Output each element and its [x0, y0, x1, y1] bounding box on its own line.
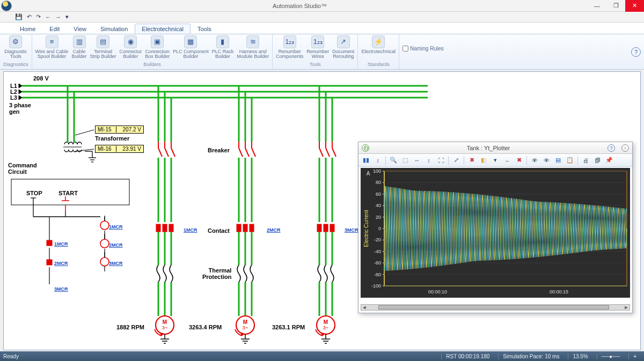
plot-fit-icon[interactable]: ⛶ [436, 156, 445, 165]
ribbon-electrotechnical-button[interactable]: ⚡Electrotechnical [361, 35, 396, 61]
ribbon-cable-button[interactable]: ▥Cable Builder [72, 35, 87, 61]
plotter-help-icon[interactable]: ? [608, 144, 615, 152]
tab-home[interactable]: Home [13, 24, 42, 34]
plot-del2-icon[interactable]: ✖ [515, 156, 523, 165]
ribbon-renumber-button[interactable]: 1₂₃Renumber Wires [306, 35, 329, 61]
tab-simulation[interactable]: Simulation [93, 24, 135, 34]
tab-edit[interactable]: Edit [42, 24, 67, 34]
svg-text:-20: -20 [374, 237, 381, 242]
branch3-mcr-link[interactable]: 3MCR [345, 227, 358, 233]
plot-grid-icon[interactable]: ▤ [554, 156, 562, 165]
mcr1-right-link[interactable]: 1MCR [109, 224, 123, 230]
ribbon-wire-and-cable-button[interactable]: ≡Wire and Cable Spool Builder [35, 35, 69, 61]
ribbon-item-label: Renumber Components [276, 49, 303, 60]
svg-point-109 [100, 221, 109, 230]
tab-tools[interactable]: Tools [191, 24, 218, 34]
svg-text:3~: 3~ [323, 325, 328, 330]
qat-back-icon[interactable]: ← [45, 14, 51, 20]
ribbon-group-label: Diagnostics [3, 61, 28, 68]
qat-redo-icon[interactable]: ↷ [36, 13, 41, 20]
ribbon-group-builders: ≡Wire and Cable Spool Builder▥Cable Buil… [32, 34, 273, 69]
plot-delete-icon[interactable]: – [503, 156, 511, 165]
qat-save-icon[interactable]: 💾 [15, 13, 23, 20]
plot-copy-icon[interactable]: 📋 [566, 156, 574, 165]
svg-text:-80: -80 [374, 272, 381, 277]
svg-text:-100: -100 [371, 283, 381, 289]
svg-text:80: 80 [376, 180, 381, 185]
ribbon-tabs: HomeEditViewSimulationElectrotechnicalTo… [0, 23, 644, 34]
svg-text:60: 60 [376, 191, 381, 197]
ribbon-harness-and-button[interactable]: ≋Harness and Module Builder [237, 35, 269, 61]
plot-autoscale-icon[interactable]: ⤢ [452, 156, 460, 165]
ribbon-plc-rack-button[interactable]: ▮PLC Rack Builder [212, 35, 234, 61]
plotter-chart[interactable]: 100806040200-20-40-60-80-100Electric Cur… [361, 168, 630, 298]
plotter-power-icon[interactable]: ⏻ [362, 144, 369, 152]
plot-pin-icon[interactable]: 📌 [605, 156, 613, 165]
plot-zoomx-icon[interactable]: ↔ [413, 156, 421, 165]
plot-zoom-icon[interactable]: 🔍 [389, 156, 398, 165]
ribbon-help-icon[interactable]: ? [631, 47, 641, 57]
scroll-thumb[interactable] [378, 305, 609, 310]
branch1-mcr-link[interactable]: 1MCR [184, 227, 197, 233]
ribbon-renumber-button[interactable]: 1₂₃Renumber Components [276, 35, 303, 61]
ribbon-diagnostic-button[interactable]: ⚙Diagnostic Tools [4, 35, 27, 61]
contact-label: Contact [208, 227, 230, 234]
plot-zoomy-icon[interactable]: ↕ [425, 156, 433, 165]
scroll-left-icon[interactable]: ◄ [361, 305, 368, 310]
title-bar: Automation Studio™ — ❐ ✕ [0, 0, 644, 12]
ribbon-item-label: Harness and Module Builder [237, 49, 269, 60]
naming-rules-checkbox[interactable]: Naming Rules [402, 35, 444, 61]
ribbon-document-button[interactable]: ↗Document Rerouting [332, 35, 354, 61]
branch2-mcr-link[interactable]: 2MCR [267, 227, 281, 233]
plotter-scrollbar[interactable]: ◄ ► [361, 304, 630, 311]
plot-remove-icon[interactable]: ▾ [491, 156, 500, 165]
mcr3-right-link[interactable]: 3MCR [109, 261, 123, 266]
plot-print-icon[interactable]: 🖨 [581, 156, 590, 165]
plot-cursor-icon[interactable]: ↕ [374, 156, 382, 165]
plot-eye1-icon[interactable]: 👁 [530, 156, 539, 165]
status-pace: Simulation Pace: 10 ms [498, 353, 564, 359]
ribbon: ⚙Diagnostic ToolsDiagnostics≡Wire and Ca… [0, 34, 644, 70]
qat-more-icon[interactable]: ▾ [65, 13, 69, 20]
ribbon-connector-button[interactable]: ◉Connector Builder [120, 35, 142, 61]
maximize-button[interactable]: ❐ [606, 0, 625, 12]
measure-tag-1: MI-15 207.2 V [95, 126, 144, 134]
scroll-right-icon[interactable]: ► [623, 305, 630, 310]
qat-forward-icon[interactable]: → [55, 14, 61, 20]
ribbon-item-label: Diagnostic Tools [4, 49, 27, 60]
ribbon-plc-component-button[interactable]: ▦PLC Component Builder [173, 35, 209, 61]
svg-line-40 [245, 148, 249, 157]
plotter-window[interactable]: ⏻ Tank : Yt_Plotter ? › ▮▮ ↕ 🔍 ⬚ ↔ ↕ ⛶ ⤢… [358, 142, 633, 313]
ribbon-connection-button[interactable]: ▣Connection Box Builder [145, 35, 170, 61]
qat-undo-icon[interactable]: ↶ [27, 13, 32, 20]
plotter-expand-icon[interactable]: › [621, 144, 629, 152]
measure-val-2: 23.91 V [123, 146, 141, 152]
tab-view[interactable]: View [67, 24, 93, 34]
mcr3-left-link[interactable]: 3MCR [54, 286, 68, 292]
plot-pause-icon[interactable]: ▮▮ [362, 156, 370, 165]
mcr2-right-link[interactable]: 2MCR [109, 242, 123, 248]
plot-clear-icon[interactable]: ✖ [467, 156, 476, 165]
status-zoom: 13.5% [568, 353, 592, 359]
plot-zoomarea-icon[interactable]: ⬚ [401, 156, 409, 165]
harness-and-icon: ≋ [246, 35, 259, 48]
tab-electrotechnical[interactable]: Electrotechnical [135, 24, 191, 34]
svg-line-61 [319, 148, 323, 157]
plot-export-icon[interactable]: 🗐 [593, 156, 602, 165]
plot-add-icon[interactable]: ◧ [479, 156, 488, 165]
mcr1-left-link[interactable]: 1MCR [54, 241, 68, 247]
zoom-slider[interactable]: ──●── [597, 353, 624, 359]
plotter-toolbar: ▮▮ ↕ 🔍 ⬚ ↔ ↕ ⛶ ⤢ ✖ ◧ ▾ – ✖ 👁 👁 ▤ 📋 🖨 🗐 📌 [358, 154, 632, 167]
plotter-titlebar[interactable]: ⏻ Tank : Yt_Plotter ? › [358, 142, 632, 154]
ribbon-terminal-button[interactable]: ▤Terminal Strip Builder [90, 35, 116, 61]
svg-text:20: 20 [376, 215, 381, 220]
ribbon-group-label: Tools [310, 61, 321, 68]
minimize-button[interactable]: — [588, 0, 606, 12]
svg-text:00:00:15: 00:00:15 [550, 289, 568, 294]
status-plus-icon[interactable]: + [628, 353, 641, 359]
plot-eye2-icon[interactable]: 👁 [542, 156, 551, 165]
schematic-canvas[interactable]: M3~M3~M3~ 208 V L1 L2 L3 3 phase gen MI-… [3, 71, 641, 350]
motor3-rpm: 3263.1 RPM [272, 324, 305, 330]
mcr2-left-link[interactable]: 2MCR [54, 261, 68, 266]
close-button[interactable]: ✕ [625, 0, 644, 12]
